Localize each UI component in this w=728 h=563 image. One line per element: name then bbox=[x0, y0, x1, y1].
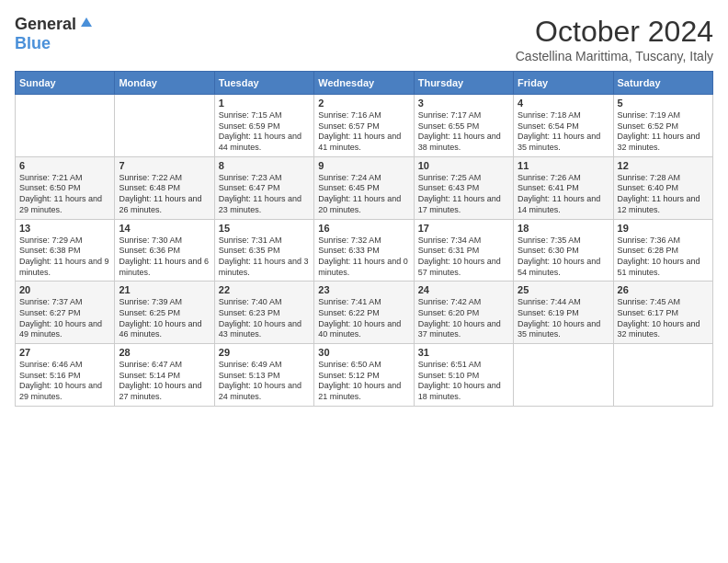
cell-info: Sunrise: 7:35 AM Sunset: 6:30 PM Dayligh… bbox=[518, 236, 609, 279]
cell-date-number: 19 bbox=[618, 223, 709, 234]
cell-info: Sunrise: 7:32 AM Sunset: 6:33 PM Dayligh… bbox=[318, 236, 409, 279]
cell-date-number: 10 bbox=[418, 160, 509, 171]
cell-date-number: 31 bbox=[418, 347, 509, 358]
header-saturday: Saturday bbox=[613, 72, 712, 95]
cell-info: Sunrise: 7:23 AM Sunset: 6:47 PM Dayligh… bbox=[219, 173, 310, 216]
table-row: 13Sunrise: 7:29 AM Sunset: 6:38 PM Dayli… bbox=[16, 219, 115, 282]
calendar-week-row: 1Sunrise: 7:15 AM Sunset: 6:59 PM Daylig… bbox=[16, 95, 713, 157]
logo-blue: Blue bbox=[15, 34, 51, 52]
calendar-header-row: Sunday Monday Tuesday Wednesday Thursday… bbox=[16, 72, 713, 95]
cell-date-number: 14 bbox=[119, 223, 210, 234]
table-row: 5Sunrise: 7:19 AM Sunset: 6:52 PM Daylig… bbox=[613, 95, 712, 157]
cell-date-number: 28 bbox=[119, 347, 210, 358]
cell-info: Sunrise: 7:44 AM Sunset: 6:19 PM Dayligh… bbox=[518, 297, 609, 340]
cell-date-number: 16 bbox=[318, 223, 409, 234]
table-row: 26Sunrise: 7:45 AM Sunset: 6:17 PM Dayli… bbox=[613, 282, 712, 344]
cell-date-number: 15 bbox=[219, 223, 310, 234]
cell-date-number: 29 bbox=[219, 347, 310, 358]
table-row: 17Sunrise: 7:34 AM Sunset: 6:31 PM Dayli… bbox=[414, 219, 513, 282]
title-block: October 2024 Castellina Marittima, Tusca… bbox=[516, 15, 713, 63]
header-wednesday: Wednesday bbox=[314, 72, 414, 95]
table-row: 6Sunrise: 7:21 AM Sunset: 6:50 PM Daylig… bbox=[16, 156, 115, 219]
calendar-week-row: 6Sunrise: 7:21 AM Sunset: 6:50 PM Daylig… bbox=[16, 156, 713, 219]
logo-flag-icon bbox=[79, 16, 94, 34]
table-row: 27Sunrise: 6:46 AM Sunset: 5:16 PM Dayli… bbox=[16, 344, 115, 407]
cell-info: Sunrise: 7:34 AM Sunset: 6:31 PM Dayligh… bbox=[418, 236, 509, 279]
cell-info: Sunrise: 6:50 AM Sunset: 5:12 PM Dayligh… bbox=[318, 360, 409, 403]
table-row: 31Sunrise: 6:51 AM Sunset: 5:10 PM Dayli… bbox=[414, 344, 513, 407]
table-row: 25Sunrise: 7:44 AM Sunset: 6:19 PM Dayli… bbox=[514, 282, 613, 344]
cell-info: Sunrise: 7:18 AM Sunset: 6:54 PM Dayligh… bbox=[518, 110, 609, 154]
cell-info: Sunrise: 6:46 AM Sunset: 5:16 PM Dayligh… bbox=[19, 360, 110, 403]
table-row: 4Sunrise: 7:18 AM Sunset: 6:54 PM Daylig… bbox=[514, 95, 613, 157]
header-tuesday: Tuesday bbox=[214, 72, 313, 95]
month-title: October 2024 bbox=[516, 15, 713, 49]
table-row: 21Sunrise: 7:39 AM Sunset: 6:25 PM Dayli… bbox=[115, 282, 214, 344]
calendar-table: Sunday Monday Tuesday Wednesday Thursday… bbox=[15, 71, 713, 407]
cell-date-number: 22 bbox=[219, 284, 310, 295]
cell-info: Sunrise: 6:47 AM Sunset: 5:14 PM Dayligh… bbox=[119, 360, 210, 403]
cell-info: Sunrise: 6:49 AM Sunset: 5:13 PM Dayligh… bbox=[219, 360, 310, 403]
cell-info: Sunrise: 7:16 AM Sunset: 6:57 PM Dayligh… bbox=[318, 110, 409, 154]
cell-date-number: 2 bbox=[318, 98, 409, 109]
table-row: 24Sunrise: 7:42 AM Sunset: 6:20 PM Dayli… bbox=[414, 282, 513, 344]
table-row: 28Sunrise: 6:47 AM Sunset: 5:14 PM Dayli… bbox=[115, 344, 214, 407]
cell-date-number: 23 bbox=[318, 284, 409, 295]
cell-date-number: 17 bbox=[418, 223, 509, 234]
cell-info: Sunrise: 7:17 AM Sunset: 6:55 PM Dayligh… bbox=[418, 110, 509, 154]
calendar-week-row: 27Sunrise: 6:46 AM Sunset: 5:16 PM Dayli… bbox=[16, 344, 713, 407]
cell-info: Sunrise: 7:24 AM Sunset: 6:45 PM Dayligh… bbox=[318, 173, 409, 216]
cell-info: Sunrise: 7:22 AM Sunset: 6:48 PM Dayligh… bbox=[119, 173, 210, 216]
table-row: 15Sunrise: 7:31 AM Sunset: 6:35 PM Dayli… bbox=[214, 219, 313, 282]
table-row bbox=[16, 95, 115, 157]
cell-date-number: 1 bbox=[219, 98, 310, 109]
cell-info: Sunrise: 7:42 AM Sunset: 6:20 PM Dayligh… bbox=[418, 297, 509, 340]
table-row: 23Sunrise: 7:41 AM Sunset: 6:22 PM Dayli… bbox=[314, 282, 414, 344]
table-row: 3Sunrise: 7:17 AM Sunset: 6:55 PM Daylig… bbox=[414, 95, 513, 157]
table-row: 1Sunrise: 7:15 AM Sunset: 6:59 PM Daylig… bbox=[214, 95, 313, 157]
cell-date-number: 20 bbox=[19, 284, 110, 295]
cell-info: Sunrise: 7:30 AM Sunset: 6:36 PM Dayligh… bbox=[119, 236, 210, 279]
cell-date-number: 9 bbox=[318, 160, 409, 171]
cell-date-number: 24 bbox=[418, 284, 509, 295]
header-friday: Friday bbox=[514, 72, 613, 95]
cell-info: Sunrise: 7:39 AM Sunset: 6:25 PM Dayligh… bbox=[119, 297, 210, 340]
table-row: 8Sunrise: 7:23 AM Sunset: 6:47 PM Daylig… bbox=[214, 156, 313, 219]
table-row: 11Sunrise: 7:26 AM Sunset: 6:41 PM Dayli… bbox=[514, 156, 613, 219]
header-monday: Monday bbox=[115, 72, 214, 95]
cell-date-number: 13 bbox=[19, 223, 110, 234]
header-thursday: Thursday bbox=[414, 72, 513, 95]
table-row: 22Sunrise: 7:40 AM Sunset: 6:23 PM Dayli… bbox=[214, 282, 313, 344]
table-row: 14Sunrise: 7:30 AM Sunset: 6:36 PM Dayli… bbox=[115, 219, 214, 282]
table-row: 20Sunrise: 7:37 AM Sunset: 6:27 PM Dayli… bbox=[16, 282, 115, 344]
table-row: 10Sunrise: 7:25 AM Sunset: 6:43 PM Dayli… bbox=[414, 156, 513, 219]
cell-info: Sunrise: 7:40 AM Sunset: 6:23 PM Dayligh… bbox=[219, 297, 310, 340]
cell-date-number: 6 bbox=[19, 160, 110, 171]
table-row: 12Sunrise: 7:28 AM Sunset: 6:40 PM Dayli… bbox=[613, 156, 712, 219]
cell-info: Sunrise: 7:19 AM Sunset: 6:52 PM Dayligh… bbox=[618, 110, 709, 154]
table-row: 18Sunrise: 7:35 AM Sunset: 6:30 PM Dayli… bbox=[514, 219, 613, 282]
table-row: 7Sunrise: 7:22 AM Sunset: 6:48 PM Daylig… bbox=[115, 156, 214, 219]
cell-date-number: 12 bbox=[618, 160, 709, 171]
calendar-week-row: 13Sunrise: 7:29 AM Sunset: 6:38 PM Dayli… bbox=[16, 219, 713, 282]
cell-info: Sunrise: 7:15 AM Sunset: 6:59 PM Dayligh… bbox=[219, 110, 310, 154]
cell-info: Sunrise: 6:51 AM Sunset: 5:10 PM Dayligh… bbox=[418, 360, 509, 403]
calendar-week-row: 20Sunrise: 7:37 AM Sunset: 6:27 PM Dayli… bbox=[16, 282, 713, 344]
cell-info: Sunrise: 7:31 AM Sunset: 6:35 PM Dayligh… bbox=[219, 236, 310, 279]
cell-date-number: 4 bbox=[518, 98, 609, 109]
cell-info: Sunrise: 7:45 AM Sunset: 6:17 PM Dayligh… bbox=[618, 297, 709, 340]
cell-date-number: 3 bbox=[418, 98, 509, 109]
cell-date-number: 18 bbox=[518, 223, 609, 234]
cell-info: Sunrise: 7:36 AM Sunset: 6:28 PM Dayligh… bbox=[618, 236, 709, 279]
cell-date-number: 21 bbox=[119, 284, 210, 295]
table-row bbox=[115, 95, 214, 157]
cell-info: Sunrise: 7:41 AM Sunset: 6:22 PM Dayligh… bbox=[318, 297, 409, 340]
cell-date-number: 27 bbox=[19, 347, 110, 358]
cell-date-number: 5 bbox=[618, 98, 709, 109]
cell-date-number: 8 bbox=[219, 160, 310, 171]
table-row: 19Sunrise: 7:36 AM Sunset: 6:28 PM Dayli… bbox=[613, 219, 712, 282]
cell-info: Sunrise: 7:25 AM Sunset: 6:43 PM Dayligh… bbox=[418, 173, 509, 216]
table-row bbox=[613, 344, 712, 407]
logo-general: General bbox=[15, 15, 76, 34]
cell-info: Sunrise: 7:28 AM Sunset: 6:40 PM Dayligh… bbox=[618, 173, 709, 216]
